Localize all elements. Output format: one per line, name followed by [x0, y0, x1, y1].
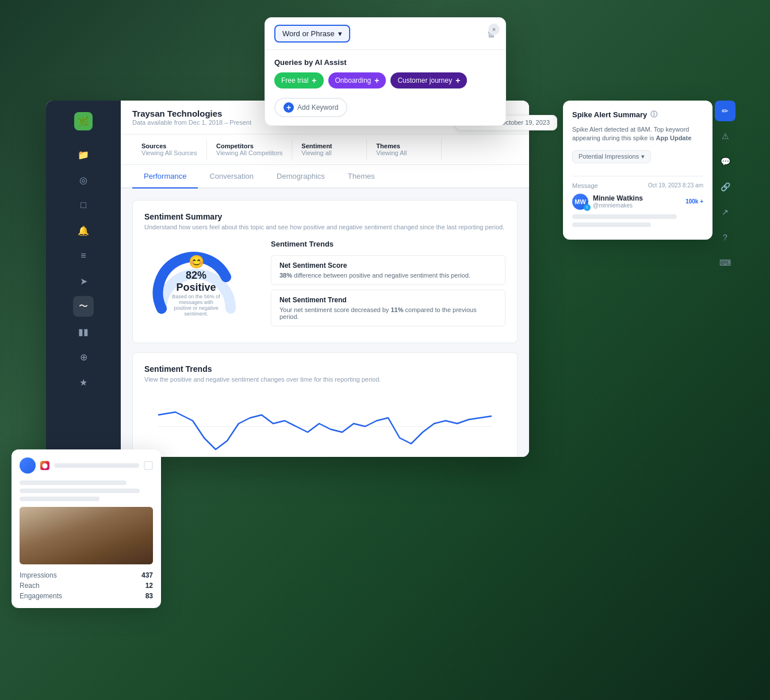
- trends-title: Sentiment Trends: [271, 240, 505, 248]
- folder-icon: 📁: [78, 149, 89, 160]
- tag-free-trial[interactable]: Free trial +: [274, 72, 324, 89]
- reach-value: 12: [145, 582, 153, 590]
- add-keyword-row: + Add Keyword: [265, 92, 505, 125]
- instagram-icon: ⬤: [40, 461, 49, 470]
- sentiment-summary-section: Sentiment Summary Understand how users f…: [132, 200, 518, 343]
- logo-icon: 🌿: [78, 116, 89, 127]
- word-or-phrase-select[interactable]: Word or Phrase ▾: [274, 25, 350, 43]
- chevron-down-icon: ▾: [641, 153, 645, 160]
- tag-label: Free trial: [281, 76, 308, 84]
- net-score-card: Net Sentiment Score 38% difference betwe…: [271, 255, 505, 285]
- message-icon: 💬: [721, 157, 730, 166]
- sidebar-item-send[interactable]: ➤: [73, 271, 94, 291]
- spike-keyword: App Update: [656, 134, 692, 141]
- competitors-filter[interactable]: Competitors Viewing All Competitors: [207, 139, 292, 160]
- tag-plus-icon: +: [312, 76, 316, 85]
- share-button[interactable]: ↗: [715, 202, 735, 222]
- spike-title: Spike Alert Summary ⓘ: [572, 110, 703, 120]
- tag-label: Customer journey: [397, 76, 452, 84]
- filter-bar: Sources Viewing All Sources Competitors …: [121, 134, 529, 165]
- bell-icon: 🔔: [78, 225, 89, 236]
- sentiment-sub: Based on the 56% of messages with positi…: [170, 294, 222, 317]
- trend-chart: [144, 392, 505, 457]
- list-icon: ≡: [81, 251, 86, 261]
- keyword-popup: × Word or Phrase ▾ 🗑 Queries by AI Assis…: [265, 17, 506, 126]
- tag-onboarding[interactable]: Onboarding +: [328, 72, 386, 89]
- message-button[interactable]: 💬: [715, 151, 735, 172]
- sentiment-row: 😊 82% Positive Based on the 56% of messa…: [144, 240, 505, 331]
- competitors-label: Competitors: [216, 143, 282, 149]
- impressions-label: Impressions: [20, 571, 57, 579]
- user-handle: @minniemakes: [593, 202, 681, 209]
- sidebar-item-inbox[interactable]: □: [73, 195, 94, 216]
- spike-desc: Spike Alert detected at 8AM. Top keyword…: [572, 125, 703, 143]
- insta-avatar: [20, 457, 36, 474]
- tab-performance[interactable]: Performance: [132, 165, 198, 189]
- send-icon: ➤: [80, 276, 87, 287]
- sidebar-item-list[interactable]: ≡: [73, 245, 94, 266]
- add-keyword-button[interactable]: + Add Keyword: [274, 98, 347, 117]
- themes-filter[interactable]: Themes Viewing All: [367, 139, 442, 160]
- insta-checkbox[interactable]: [144, 461, 153, 470]
- impressions-dropdown[interactable]: Potential Impressions ▾: [572, 150, 651, 163]
- tab-demographics[interactable]: Demographics: [265, 165, 336, 189]
- sidebar-item-bar-chart[interactable]: ▮▮: [73, 321, 94, 342]
- instagram-card: ⬤ Impressions 437 Reach 12 Engagements 8…: [12, 449, 161, 608]
- close-popup-button[interactable]: ×: [488, 24, 500, 35]
- tab-themes[interactable]: Themes: [336, 165, 386, 189]
- trend-chart-svg: [144, 392, 505, 457]
- sources-filter[interactable]: Sources Viewing All Sources: [132, 139, 207, 160]
- help-button[interactable]: ?: [715, 227, 735, 248]
- skeleton-line-3: [20, 480, 127, 485]
- divider: [572, 176, 703, 176]
- user-name: Minnie Watkins: [593, 194, 681, 202]
- link-button[interactable]: 🔗: [715, 176, 735, 197]
- sentiment-summary-desc: Understand how users feel about this top…: [144, 224, 505, 230]
- twitter-icon: t: [584, 204, 591, 211]
- sidebar-item-folder[interactable]: 📁: [73, 144, 94, 165]
- user-row: MW t Minnie Watkins @minniemakes 100k +: [572, 194, 703, 210]
- skeleton-line-2: [572, 222, 651, 227]
- sentiment-percent: 82% Positive: [170, 270, 222, 294]
- popup-queries-section: Queries by AI Assist Free trial + Onboar…: [265, 50, 505, 92]
- trends-desc: View the positive and negative sentiment…: [144, 376, 505, 383]
- popup-search-bar: Word or Phrase ▾ 🗑: [265, 18, 505, 50]
- edit-button[interactable]: ✏: [715, 101, 735, 121]
- sidebar-item-wave[interactable]: 〜: [73, 296, 94, 317]
- sidebar-item-bell[interactable]: 🔔: [73, 220, 94, 241]
- content-area: Sentiment Summary Understand how users f…: [121, 189, 529, 457]
- net-score-desc: 38% difference between positive and nega…: [279, 272, 497, 279]
- sentiment-label: Sentiment: [301, 143, 357, 149]
- circle-plus-icon: +: [284, 102, 294, 113]
- tab-conversation[interactable]: Conversation: [198, 165, 265, 189]
- spike-title-text: Spike Alert Summary: [572, 110, 647, 119]
- alert-button[interactable]: ⚠: [715, 126, 735, 147]
- spike-alert-panel: Spike Alert Summary ⓘ Spike Alert detect…: [563, 101, 712, 240]
- tabs-bar: Performance Conversation Demographics Th…: [121, 165, 529, 189]
- sidebar-item-target[interactable]: ◎: [73, 170, 94, 190]
- message-time: Oct 19, 2023 8:23 am: [648, 182, 703, 189]
- keyboard-icon: ⌨: [719, 258, 731, 267]
- engagements-value: 83: [145, 592, 153, 600]
- inbox-icon: □: [81, 200, 86, 210]
- tag-customer-journey[interactable]: Customer journey +: [390, 72, 467, 89]
- instagram-image: [20, 507, 153, 564]
- sentiment-details: Sentiment Trends Net Sentiment Score 38%…: [271, 240, 505, 331]
- donut-center: 😊 82% Positive Based on the 56% of messa…: [170, 255, 222, 317]
- sidebar-item-globe[interactable]: ⊕: [73, 347, 94, 367]
- net-trend-title: Net Sentiment Trend: [279, 296, 497, 304]
- app-window: 🌿 📁 ◎ □ 🔔 ≡ ➤ 〜 ▮▮ ⊕ ★: [46, 101, 529, 457]
- star-icon: ★: [79, 377, 87, 388]
- sentiment-emoji: 😊: [170, 255, 222, 270]
- sentiment-summary-title: Sentiment Summary: [144, 212, 505, 221]
- app-logo[interactable]: 🌿: [74, 112, 93, 130]
- net-score-title: Net Sentiment Score: [279, 261, 497, 270]
- sentiment-filter[interactable]: Sentiment Viewing all: [292, 139, 367, 160]
- sidebar-item-star[interactable]: ★: [73, 372, 94, 393]
- sentiment-value: Viewing all: [301, 149, 357, 156]
- reach-label: Reach: [20, 582, 40, 590]
- competitors-value: Viewing All Competitors: [216, 149, 282, 156]
- queries-row: Free trial + Onboarding + Customer journ…: [274, 72, 496, 89]
- keyboard-button[interactable]: ⌨: [715, 252, 735, 273]
- skeleton-line-1: [572, 214, 677, 219]
